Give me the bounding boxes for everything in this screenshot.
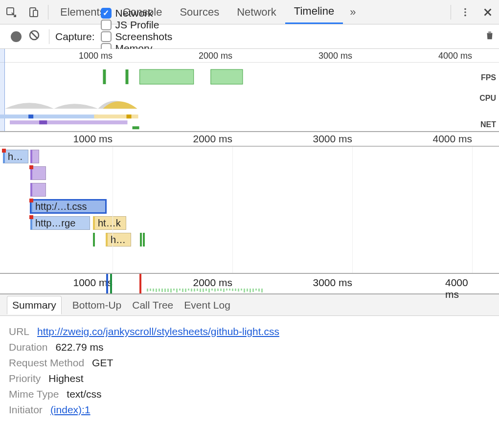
gridline: [232, 147, 233, 273]
network-bar[interactable]: http…rge: [30, 216, 90, 230]
capture-option-label: Screenshots: [115, 31, 173, 43]
network-bar[interactable]: h…: [106, 233, 131, 246]
detail-ruler[interactable]: 1000 ms2000 ms3000 ms4000 ms: [0, 132, 499, 147]
tab-timeline[interactable]: Timeline: [285, 0, 343, 24]
tab-network[interactable]: Network: [228, 0, 285, 24]
time-tick: 3000 ms: [313, 277, 352, 289]
finish-marker: [140, 233, 142, 246]
capture-option-label: JS Profile: [115, 19, 159, 31]
summary-duration-label: Duration: [9, 341, 47, 353]
time-tick: 2000 ms: [193, 133, 232, 145]
gridline: [472, 147, 473, 273]
time-tick: 1000 ms: [79, 51, 113, 61]
capture-option-label: Network: [115, 7, 153, 19]
time-tick: 4000 ms: [432, 133, 472, 145]
time-tick: 3000 ms: [313, 133, 352, 145]
time-tick: 2000 ms: [193, 277, 232, 289]
capture-label: Capture:: [55, 31, 95, 43]
record-button[interactable]: [11, 31, 22, 42]
svg-point-5: [464, 14, 466, 16]
checkbox-icon[interactable]: [101, 8, 112, 19]
checkbox-icon[interactable]: [101, 20, 112, 30]
details-tab-call-tree[interactable]: Call Tree: [132, 299, 173, 311]
summary-url-link[interactable]: http://zweig.co/jankyscroll/stylesheets/…: [37, 326, 279, 337]
overview-ruler[interactable]: 1000 ms2000 ms3000 ms4000 ms: [0, 49, 499, 63]
time-tick: 4000 ms: [438, 51, 472, 61]
network-bar[interactable]: [30, 183, 46, 197]
gridline: [113, 147, 113, 273]
tab-divider: [451, 5, 451, 20]
capture-option-js-profile[interactable]: JS Profile: [101, 19, 173, 31]
svg-rect-13: [10, 120, 127, 124]
svg-rect-12: [28, 114, 33, 118]
time-tick: 4000 ms: [445, 277, 472, 300]
svg-rect-10: [211, 69, 243, 84]
flame-row: [0, 182, 499, 199]
time-tick: 1000 ms: [73, 133, 113, 145]
event-marker-red[interactable]: [139, 274, 141, 293]
overview-minimap: [0, 64, 476, 130]
finish-marker: [93, 233, 95, 246]
network-bar[interactable]: h…: [3, 150, 28, 163]
svg-rect-11: [0, 114, 98, 118]
summary-url-label: URL: [9, 326, 29, 337]
gridline: [352, 147, 353, 273]
summary-initiator-link[interactable]: (index):1: [50, 404, 91, 416]
inspect-element-icon[interactable]: [0, 0, 23, 24]
time-tick: 3000 ms: [318, 51, 352, 61]
checkbox-icon[interactable]: [101, 31, 112, 42]
summary-mime-label: Mime Type: [9, 388, 59, 400]
svg-rect-15: [94, 114, 138, 118]
timeline-overview[interactable]: 1000 ms2000 ms3000 ms4000 ms FPS CPU NET: [0, 49, 499, 132]
svg-rect-2: [33, 10, 38, 17]
svg-rect-17: [133, 126, 139, 129]
flame-row: [0, 165, 499, 182]
summary-method-label: Request Method: [9, 357, 84, 369]
event-marker-green[interactable]: [110, 274, 112, 293]
flame-row: http:/…t.css: [0, 199, 499, 215]
details-tab-summary[interactable]: Summary: [7, 296, 62, 314]
timeline-flame-area[interactable]: 1000 ms2000 ms3000 ms4000 ms h…http:/…t.…: [0, 132, 499, 274]
summary-mime-value: text/css: [67, 388, 101, 400]
overview-net-label: NET: [480, 120, 496, 129]
long-task-marker: [2, 149, 6, 153]
flame-row: h…: [0, 232, 499, 248]
flame-row: h…: [0, 149, 499, 165]
devtools-tabbar: ElementsConsoleSourcesNetworkTimeline »: [0, 0, 499, 24]
timeline-capture-toolbar: Capture: NetworkJS ProfileScreenshotsMem…: [0, 24, 499, 49]
svg-rect-8: [125, 69, 128, 84]
details-tabbar: SummaryBottom-UpCall TreeEvent Log: [0, 294, 499, 316]
frame-strip: [147, 289, 263, 292]
svg-rect-7: [103, 69, 106, 84]
delete-recording-icon[interactable]: [484, 30, 495, 43]
long-task-marker: [29, 165, 33, 169]
details-tab-event-log[interactable]: Event Log: [184, 299, 230, 311]
toolbar-divider: [49, 29, 49, 44]
timeline-marker-ruler[interactable]: 1000 ms2000 ms3000 ms4000 ms: [0, 274, 499, 294]
capture-option-network[interactable]: Network: [101, 7, 173, 19]
overview-cpu-label: CPU: [479, 94, 496, 103]
summary-initiator-label: Initiator: [9, 404, 43, 416]
close-devtools-icon[interactable]: [476, 0, 499, 24]
device-toggle-icon[interactable]: [23, 0, 45, 24]
kebab-menu-icon[interactable]: [454, 0, 476, 24]
summary-priority-label: Priority: [9, 373, 41, 384]
tab-divider: [48, 5, 48, 20]
clear-recording-icon[interactable]: [28, 29, 40, 44]
tabs-overflow-button[interactable]: »: [343, 6, 363, 19]
long-task-marker: [29, 199, 33, 202]
svg-point-3: [464, 8, 466, 10]
summary-method-value: GET: [92, 357, 113, 369]
details-tab-bottom-up[interactable]: Bottom-Up: [72, 299, 121, 311]
summary-panel: URL http://zweig.co/jankyscroll/styleshe…: [0, 316, 499, 426]
network-bar[interactable]: [30, 150, 39, 163]
summary-duration-value: 622.79 ms: [55, 341, 103, 353]
network-bar[interactable]: http:/…t.css: [30, 200, 106, 213]
flame-row: http…rgeht…k: [0, 215, 499, 232]
capture-option-screenshots[interactable]: Screenshots: [101, 31, 173, 43]
event-marker-blue[interactable]: [106, 274, 108, 293]
overview-fps-label: FPS: [481, 73, 496, 82]
network-bar[interactable]: ht…k: [93, 216, 126, 230]
long-task-marker: [29, 215, 33, 219]
svg-rect-16: [127, 114, 132, 118]
